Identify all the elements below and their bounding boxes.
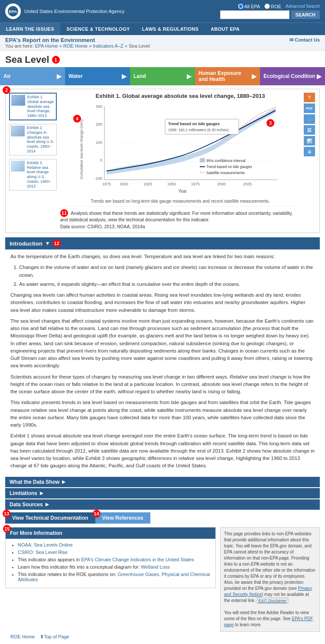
roe-radio[interactable] [264,3,270,9]
more-info-left: 15 For More Information NOAA: Sea Levels… [5,527,216,632]
breadcrumb-current: Sea Level [129,43,150,49]
nav-about-epa[interactable]: ABOUT EPA [205,23,246,35]
icon-sidebar: ? PDF ↓ 🖼 📊 🖥 [304,93,316,229]
help-icon-btn[interactable]: ? [304,93,315,102]
chart-container: 4 3 300 200 100 0 -100 Cumulative sea le… [60,102,300,197]
epa-logo: EPA United States Environmental Protecti… [5,3,124,19]
reader-note: You will need the free Adobe Reader to v… [224,610,316,628]
epa-emblem: EPA [5,3,21,19]
view-references-button[interactable]: 14 View References [95,512,150,524]
all-epa-radio-label[interactable]: All EPA [238,3,260,9]
climate-indicators-link[interactable]: EPA's Climate Change Indicators in the U… [81,557,194,562]
more-info-item-1: NOAA: Sea Levels Online [18,542,210,547]
bottom-links: ROE Home ⬆Top of Page [5,632,320,642]
top-of-page-link[interactable]: ⬆Top of Page [40,634,69,640]
search-button[interactable]: SEARCH [291,10,320,19]
exhibit-2-thumbnail [11,126,25,136]
exhibit-3-thumb[interactable]: Exhibit 3. Relative sea level change alo… [9,159,57,191]
data-sources-label: Data Sources [10,502,43,508]
roe-home-link[interactable]: ROE Home [10,634,35,640]
cat-tab-health-label: Human Exposure and Health [198,70,252,82]
more-info-item-3: This indicator also appears in EPA's Cli… [18,557,210,562]
view-tech-doc-button[interactable]: 13 View Technical Documentation [5,512,95,524]
cat-tab-health-arrow: ▶ [252,73,257,80]
exhibit-2-label: Exhibit 2. Changes in absolute sea level… [27,126,55,154]
nav-science-tech[interactable]: SCIENCE & TECHNOLOGY [60,23,136,35]
site-title-area: EPA's Report on the Environment ✉ Contac… [5,37,320,43]
intro-list: Changes in the volume of water and ice o… [19,264,315,288]
roe-radio-label[interactable]: ROE [264,3,281,9]
breadcrumb-roe-home[interactable]: ROE Home [63,43,88,49]
cat-tab-eco-label: Ecological Condition [263,73,315,79]
svg-text:Satellite measurements: Satellite measurements [206,171,245,175]
svg-text:1925: 1925 [143,182,152,186]
more-info-list: NOAA: Sea Levels Online CSIRO: Sea Level… [18,542,210,582]
site-header: EPA United States Environmental Protecti… [0,0,325,23]
svg-text:2000: 2000 [217,182,226,186]
all-epa-radio[interactable] [238,3,244,9]
pdf-icon-btn[interactable]: PDF [304,104,315,113]
intro-content: As the temperature of the Earth changes,… [5,249,320,477]
chart-svg: 300 200 100 0 -100 Cumulative sea level … [60,102,300,197]
what-data-show-arrow: ▶ [62,479,65,484]
search-input[interactable] [220,10,289,19]
legend-ci-swatch [200,158,205,162]
nav-laws-regs[interactable]: LAWS & REGULATIONS [136,23,205,35]
svg-text:100: 100 [96,140,102,145]
data-icon-btn[interactable]: 📊 [304,136,315,146]
contact-us-link[interactable]: ✉ Contact Us [289,37,320,43]
intro-text5: This indicator presents trends in sea le… [10,399,315,429]
pdf-page-link[interactable]: EPA's PDF page [224,616,313,627]
data-sources-header[interactable]: Data Sources ▶ [5,499,320,510]
intro-text6: Exhibit 1 shows annual absolute sea leve… [10,432,315,469]
limitations-label: Limitations [10,490,37,496]
data-source: Data source: CSIRO, 2013; NOAA, 2014a [60,224,300,229]
cat-tab-health[interactable]: Human Exposure and Health ▶ [195,67,260,85]
svg-text:Trend based on tide gauges: Trend based on tide gauges [168,122,220,126]
badge-4: 4 [73,115,81,123]
exhibit-area: 2 Exhibit 1. Global average absolute sea… [5,89,320,233]
exhibit-2-thumb[interactable]: Exhibit 2. Changes in absolute sea level… [9,124,57,155]
badge-15: 15 [3,525,11,533]
svg-text:EPA: EPA [9,9,17,14]
exhibit-1-label: Exhibit 1. Global average absolute sea l… [27,95,55,118]
advanced-search-link[interactable]: Advanced Search [286,4,320,9]
agency-name: United States Environmental Protection A… [24,9,124,14]
image-icon-btn[interactable]: 🖼 [304,125,315,135]
tech-doc-label: View Technical Documentation [12,515,88,521]
cat-tab-water-arrow: ▶ [122,73,127,80]
intro-label: Introduction [10,240,42,247]
wetland-loss-link[interactable]: Wetland Loss [141,564,169,570]
download-icon-btn[interactable]: ↓ [304,114,315,124]
chart-note: Trends are based on long-term tide gauge… [60,199,300,204]
csiro-link[interactable]: CSIRO: Sea Level Rise [18,550,68,555]
screen-icon-btn[interactable]: 🖥 [304,147,315,156]
main-nav: LEARN THE ISSUES SCIENCE & TECHNOLOGY LA… [0,23,325,35]
cat-tab-eco[interactable]: Ecological Condition ▶ [260,67,325,85]
exhibit-1-thumb[interactable]: Exhibit 1. Global average absolute sea l… [9,93,57,120]
cat-tab-land[interactable]: Land ▶ [130,67,195,85]
intro-text3: The sea level changes that affect coasta… [10,317,315,370]
exit-disclaimer-link[interactable]: EXIT Disclaimer [257,598,288,604]
more-info-header: 15 For More Information [6,527,215,539]
cat-tab-water[interactable]: Water ▶ [65,67,130,85]
cat-tab-land-label: Land [133,73,146,79]
svg-text:1989: 160.1 millimeters (6.30 : 1989: 160.1 millimeters (6.30 inches) [168,128,229,132]
noaa-link[interactable]: NOAA: Sea Levels Online [18,542,73,547]
more-info-content: NOAA: Sea Levels Online CSIRO: Sea Level… [6,539,215,588]
what-data-show-header[interactable]: What the Data Show ▶ [5,477,320,487]
greenhouse-gases-link[interactable]: Greenhouse Gases, Physical and Chemical … [18,572,210,582]
limitations-header[interactable]: Limitations ▶ [5,488,320,498]
cat-tab-air[interactable]: Air ▶ [0,67,65,85]
intro-list-item-1: Changes in the volume of water and ice o… [19,264,315,279]
breadcrumb-epa-home[interactable]: EPA Home [35,43,58,49]
nav-learn-issues[interactable]: LEARN THE ISSUES [0,23,60,35]
page-title: Sea Level 1 [5,54,320,65]
privacy-notice-link[interactable]: Privacy and Security Notice [224,586,312,597]
breadcrumb-indicators[interactable]: Indicators A–Z [93,43,123,49]
intro-section-header[interactable]: Introduction ▼ 12 [5,237,320,249]
page-title-text: Sea Level [5,54,49,65]
badge-3: 3 [266,119,274,127]
category-tabs: Air ▶ Water ▶ Land ▶ Human Exposure and … [0,67,325,85]
badge-12: 12 [53,239,61,247]
